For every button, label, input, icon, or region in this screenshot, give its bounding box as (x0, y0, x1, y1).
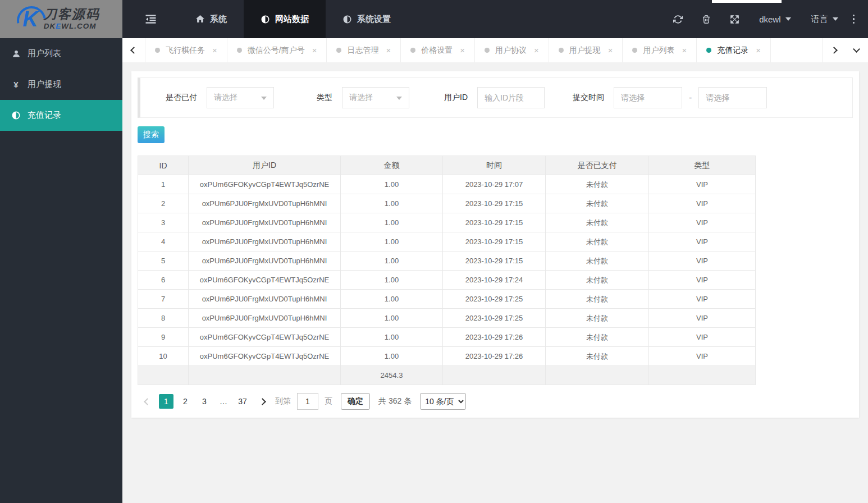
cell-userid: oxPUm6PJU0FrgMxUVD0TupH6hMNI (189, 213, 341, 232)
top-highlight-strip (712, 0, 782, 3)
cell-type: VIP (649, 252, 756, 271)
cell-time: 2023-10-29 17:15 (443, 232, 546, 252)
filter-type: 类型 请选择 (317, 87, 409, 108)
confirm-button[interactable]: 确定 (341, 393, 370, 410)
cell-paid-status: 未付款 (546, 328, 649, 347)
cell-paid-status: 未付款 (546, 290, 649, 309)
filter-panel: 是否已付 请选择 类型 请选择 用户ID (138, 77, 853, 118)
pagination: 1 2 3 … 37 到第 页 确定 (138, 390, 853, 413)
sidebar-item[interactable]: 用户列表 (0, 38, 122, 69)
page-number[interactable]: 1 (159, 394, 173, 409)
tab-close-icon[interactable]: × (386, 45, 391, 55)
nav-menu-item[interactable]: 系统设置 (326, 0, 408, 38)
tab[interactable]: 价格设置 × (401, 38, 475, 62)
adjust-icon (11, 111, 21, 120)
table-row: 6 oxPUm6GFOKyvCGpT4EWTJq5OzrNE 1.00 2023… (138, 271, 756, 290)
table-row: 3 oxPUm6PJU0FrgMxUVD0TupH6hMNI 1.00 2023… (138, 213, 756, 232)
page-size-select[interactable]: 10 条/页 (420, 393, 466, 410)
time-from-input[interactable] (614, 87, 682, 108)
cell-paid-status: 未付款 (546, 309, 649, 328)
cell-type: VIP (649, 232, 756, 252)
userid-input[interactable] (477, 87, 545, 108)
tab-close-icon[interactable]: × (534, 45, 539, 55)
goto-page-input[interactable] (297, 393, 318, 410)
top-navbar: K 刀客源码 DKEWL.COM 系统 (0, 0, 868, 38)
cell-type: VIP (649, 328, 756, 347)
cell-time: 2023-10-29 17:15 (443, 252, 546, 271)
tab-label: 用户协议 (495, 45, 527, 56)
type-select[interactable]: 请选择 (342, 87, 409, 108)
next-page-button[interactable] (260, 399, 265, 404)
brand-logo: K 刀客源码 DKEWL.COM (0, 0, 122, 38)
cell-type: VIP (649, 309, 756, 328)
nav-menu-label: 系统 (210, 14, 227, 25)
column-header: 类型 (649, 156, 756, 175)
paid-select[interactable]: 请选择 (207, 87, 274, 108)
cell-paid-status: 未付款 (546, 213, 649, 232)
table-row: 10 oxPUm6GFOKyvCGpT4EWTJq5OzrNE 1.00 202… (138, 347, 756, 366)
sidebar-item[interactable]: 充值记录 (0, 100, 122, 131)
time-to-input[interactable] (698, 87, 767, 108)
type-filter-label: 类型 (317, 93, 332, 103)
table-footer: 2454.3 (138, 366, 756, 385)
cell-time: 2023-10-29 17:07 (443, 175, 546, 194)
cell-id: 5 (138, 252, 189, 271)
tabs-scroll-right-button[interactable] (822, 38, 845, 62)
search-button[interactable]: 搜索 (138, 126, 165, 143)
cell-amount: 1.00 (341, 271, 443, 290)
tab-close-icon[interactable]: × (756, 45, 761, 55)
prev-page-button[interactable] (145, 399, 150, 404)
cell-paid-status: 未付款 (546, 271, 649, 290)
collapse-menu-icon[interactable] (122, 0, 179, 38)
cell-userid: oxPUm6GFOKyvCGpT4EWTJq5OzrNE (189, 347, 341, 366)
goto-label: 到第 (275, 396, 291, 406)
refresh-icon[interactable] (673, 15, 683, 24)
trash-icon[interactable] (702, 15, 711, 24)
page-content: 是否已付 请选择 类型 请选择 用户ID (122, 62, 868, 503)
tabs-scroll-left-button[interactable] (122, 38, 145, 62)
nav-menu-item[interactable]: 系统 (179, 0, 244, 38)
page-number[interactable]: 3 (197, 394, 212, 409)
cell-paid-status: 未付款 (546, 232, 649, 252)
nav-menu-item[interactable]: 网站数据 (244, 0, 326, 38)
cell-type: VIP (649, 213, 756, 232)
sidebar-item-label: 用户提现 (28, 79, 61, 90)
page-number[interactable]: … (216, 394, 231, 409)
cell-id: 6 (138, 271, 189, 290)
sidebar-item-label: 充值记录 (28, 110, 61, 121)
tab-close-icon[interactable]: × (608, 45, 613, 55)
column-header: 时间 (443, 156, 546, 175)
brand-name: 刀客源码 (44, 8, 100, 21)
cell-userid: oxPUm6GFOKyvCGpT4EWTJq5OzrNE (189, 271, 341, 290)
more-options-icon[interactable] (853, 15, 855, 24)
tab[interactable]: 用户协议 × (475, 38, 549, 62)
tab[interactable]: 日志管理 × (327, 38, 401, 62)
tab-close-icon[interactable]: × (682, 45, 687, 55)
tab[interactable]: 用户提现 × (549, 38, 623, 62)
tab-close-icon[interactable]: × (212, 45, 217, 55)
cell-amount: 1.00 (341, 175, 443, 194)
cell-id: 1 (138, 175, 189, 194)
tabs-menu-button[interactable] (845, 38, 868, 62)
tab[interactable]: 飞行棋任务 × (145, 38, 227, 62)
cell-paid-status: 未付款 (546, 347, 649, 366)
tab[interactable]: 用户列表 × (623, 38, 697, 62)
brand-domain: DKEWL.COM (44, 22, 100, 30)
open-tabs: 飞行棋任务 × 微信公号/商户号 × 日志管理 × (145, 38, 771, 62)
sidebar-item[interactable]: ¥ 用户提现 (0, 69, 122, 100)
tab[interactable]: 充值记录 × (697, 38, 771, 62)
tab-label: 日志管理 (347, 45, 378, 56)
select-arrow-icon (261, 97, 267, 100)
tab[interactable]: 微信公号/商户号 × (227, 38, 327, 62)
tab-close-icon[interactable]: × (312, 45, 317, 55)
sidebar: 用户列表 ¥ 用户提现 充值记录 (0, 38, 122, 503)
page-number[interactable]: 2 (178, 394, 193, 409)
page-number[interactable]: 37 (235, 394, 250, 409)
tab-label: 充值记录 (717, 45, 748, 56)
fullscreen-icon[interactable] (730, 15, 739, 24)
tab-status-dot (632, 48, 637, 53)
tab-close-icon[interactable]: × (460, 45, 465, 55)
user-dropdown[interactable]: dkewl (759, 15, 791, 24)
cell-id: 9 (138, 328, 189, 347)
language-dropdown[interactable]: 语言 (811, 14, 838, 25)
